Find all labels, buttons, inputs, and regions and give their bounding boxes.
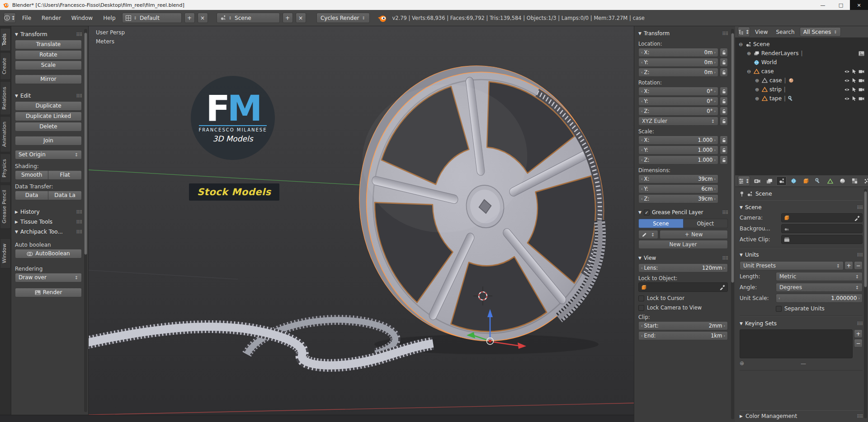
length-dropdown[interactable]: Metric↕ <box>776 272 863 281</box>
lock-to-cursor-checkbox[interactable] <box>638 295 644 301</box>
expand-icon[interactable]: ⊕ <box>754 96 760 102</box>
outliner-row-renderlayers[interactable]: ⊕ RenderLayers | <box>738 49 866 58</box>
add-layout-button[interactable]: + <box>184 13 195 23</box>
expand-icon[interactable]: ⊕ <box>754 87 760 93</box>
decrement-icon[interactable]: ‹ <box>641 148 643 152</box>
decrement-icon[interactable]: ‹ <box>641 70 643 75</box>
lock-to-cursor-row[interactable]: Lock to Cursor <box>638 295 728 301</box>
decrement-icon[interactable]: ‹ <box>641 187 643 191</box>
expand-icon[interactable]: ⊕ <box>746 51 752 56</box>
delete-layout-button[interactable]: × <box>198 13 208 23</box>
lock-location-x-button[interactable] <box>720 48 728 57</box>
panel-grip-icon[interactable]: ⠿⠿ <box>722 31 728 36</box>
increment-icon[interactable]: › <box>858 296 860 300</box>
location-y-field[interactable]: ‹Y:0m› <box>638 58 718 67</box>
selectability-cursor-icon[interactable] <box>852 96 857 101</box>
item-label[interactable]: case <box>761 68 774 75</box>
menu-file[interactable]: File <box>18 13 35 23</box>
decrement-icon[interactable]: ‹ <box>641 324 643 328</box>
angle-dropdown[interactable]: Degrees↕ <box>776 283 863 292</box>
lock-object-field[interactable] <box>638 282 728 292</box>
panel-header-transform[interactable]: ▼ Transform ⠿⠿ <box>15 30 82 39</box>
unit-scale-field[interactable]: ‹1.000000› <box>776 294 863 303</box>
decrement-icon[interactable]: ‹ <box>641 197 643 201</box>
increment-icon[interactable]: › <box>714 177 716 181</box>
tab-animation[interactable]: Animation <box>0 116 11 152</box>
separate-units-row[interactable]: Separate Units <box>776 305 863 312</box>
increment-icon[interactable]: › <box>723 324 725 328</box>
expand-icon[interactable]: ⊕ <box>754 78 760 84</box>
outliner-menu-search[interactable]: Search <box>773 28 797 37</box>
increment-icon[interactable]: › <box>714 89 716 94</box>
scale-x-field[interactable]: ‹X:1.000› <box>638 136 718 145</box>
increment-icon[interactable]: › <box>714 138 716 142</box>
increment-icon[interactable]: › <box>714 50 716 55</box>
panel-grip-icon[interactable]: ⠿⠿ <box>76 210 82 215</box>
set-origin-dropdown[interactable]: Set Origin ↕ <box>15 150 82 159</box>
editor-type-button[interactable]: ↕ <box>738 176 750 186</box>
lock-rotation-y-button[interactable] <box>720 97 728 106</box>
tab-texture[interactable] <box>849 176 860 186</box>
autoboolean-button[interactable]: AutoBoolean <box>15 249 82 258</box>
gp-data-dropdown[interactable]: ↕ <box>638 230 658 239</box>
remove-keying-set-button[interactable]: − <box>854 339 863 347</box>
lock-camera-row[interactable]: Lock Camera to View <box>638 305 728 311</box>
increment-icon[interactable]: › <box>723 333 725 338</box>
eye-icon[interactable] <box>844 88 850 92</box>
pin-icon[interactable] <box>740 191 744 197</box>
decrement-icon[interactable]: ‹ <box>641 177 643 181</box>
increment-icon[interactable]: › <box>714 60 716 65</box>
decrement-icon[interactable]: ‹ <box>641 266 643 270</box>
item-label[interactable]: strip <box>769 86 782 93</box>
clip-start-field[interactable]: ‹Start:2mm› <box>638 321 728 330</box>
tab-grease-pencil[interactable]: Grease Pencil <box>0 184 11 229</box>
item-label[interactable]: Scene <box>753 41 770 47</box>
item-label[interactable]: tape <box>769 95 782 102</box>
dimensions-z-field[interactable]: ‹Z:39cm› <box>638 194 718 203</box>
panel-grip-icon[interactable]: ⠿⠿ <box>722 256 728 261</box>
eyedropper-icon[interactable] <box>719 284 725 290</box>
outliner-row-scene[interactable]: ⊖ Scene <box>738 40 866 49</box>
unit-presets-dropdown[interactable]: Unit Presets ↕ <box>740 261 844 270</box>
selectability-cursor-icon[interactable] <box>852 78 857 83</box>
outliner-row-case-data[interactable]: ⊕ case | <box>738 76 866 85</box>
item-label[interactable]: RenderLayers <box>761 50 798 56</box>
background-field[interactable] <box>781 224 863 233</box>
increment-icon[interactable]: › <box>714 197 716 201</box>
editor-type-button[interactable]: ↕ <box>738 27 750 37</box>
panel-header-tissue-tools[interactable]: ▶ Tissue Tools ⠿⠿ <box>15 217 82 226</box>
rotation-z-field[interactable]: ‹Z:0°› <box>638 107 718 116</box>
add-keying-set-button[interactable]: + <box>854 329 863 338</box>
panel-header-transform-n[interactable]: ▼ Transform ⠿⠿ <box>638 29 728 38</box>
panel-header-color-management[interactable]: ▶ Color Management ⠿⠿ <box>740 410 863 422</box>
panel-header-units[interactable]: ▼ Units ⠿⠿ <box>740 250 863 259</box>
panel-grip-icon[interactable]: ⠿⠿ <box>857 253 863 258</box>
lock-location-y-button[interactable] <box>720 58 728 67</box>
data-button[interactable]: Data <box>15 191 48 200</box>
toolshelf-scrollbar[interactable] <box>84 29 87 412</box>
menu-window[interactable]: Window <box>67 13 97 23</box>
decrement-icon[interactable]: ‹ <box>641 89 643 94</box>
decrement-icon[interactable]: ‹ <box>641 138 643 142</box>
location-x-field[interactable]: ‹X:0m› <box>638 48 718 57</box>
eye-icon[interactable] <box>844 97 850 101</box>
render-restrict-icon[interactable] <box>859 70 864 74</box>
lock-rotation-mode-button[interactable] <box>720 117 728 126</box>
lock-location-z-button[interactable] <box>720 68 728 77</box>
decrement-icon[interactable]: ‹ <box>641 333 643 338</box>
outliner-menu-view[interactable]: View <box>752 28 771 37</box>
panel-header-grease-pencil[interactable]: ▼ ✓ Grease Pencil Layer ⠿⠿ <box>638 208 728 217</box>
rotation-x-field[interactable]: ‹X:0°› <box>638 87 718 96</box>
scene-selector[interactable]: ↕ Scene <box>217 13 280 23</box>
panel-grip-icon[interactable]: ⠿⠿ <box>76 32 82 37</box>
increment-icon[interactable]: › <box>714 187 716 191</box>
duplicate-linked-button[interactable]: Duplicate Linked <box>15 112 82 121</box>
render-restrict-icon[interactable] <box>859 79 864 83</box>
outliner-display-mode[interactable]: All Scenes ↕ <box>800 27 841 37</box>
viewport-3d[interactable]: User Persp Meters <box>89 26 634 422</box>
tab-window[interactable]: Window <box>0 238 11 268</box>
decrement-icon[interactable]: ‹ <box>641 60 643 65</box>
render-restrict-icon[interactable] <box>859 97 864 101</box>
tab-create[interactable]: Create <box>0 52 11 80</box>
outliner-row-strip[interactable]: ⊕ strip | <box>738 85 866 94</box>
